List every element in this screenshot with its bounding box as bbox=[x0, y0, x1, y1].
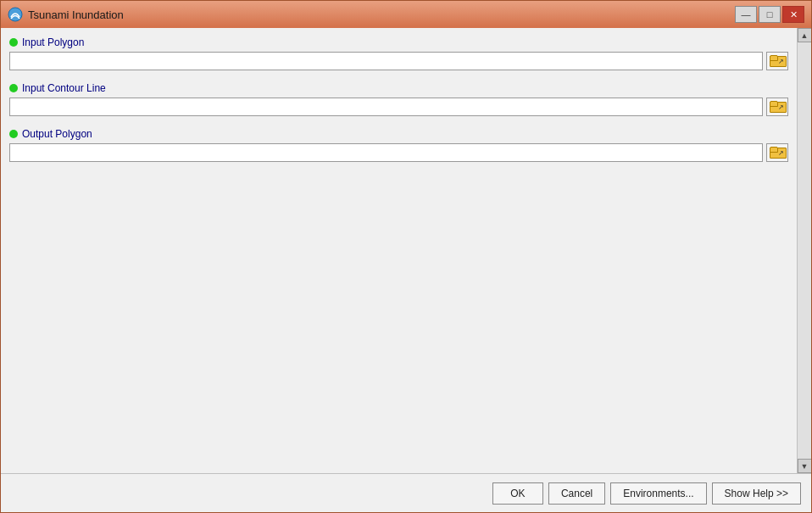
minimize-button[interactable]: — bbox=[735, 6, 757, 23]
input-contour-field[interactable] bbox=[9, 98, 763, 116]
input-contour-indicator bbox=[9, 84, 18, 92]
bottom-bar: OK Cancel Environments... Show Help >> bbox=[1, 473, 811, 512]
output-polygon-field[interactable] bbox=[9, 143, 763, 162]
input-contour-label-row: Input Contour Line bbox=[9, 82, 788, 94]
output-polygon-input-row: ↗ bbox=[9, 143, 788, 162]
scroll-track[interactable] bbox=[798, 42, 811, 459]
vertical-scrollbar: ▲ ▼ bbox=[797, 28, 811, 473]
folder-icon-3: ↗ bbox=[770, 147, 785, 159]
environments-button[interactable]: Environments... bbox=[610, 482, 706, 505]
input-contour-browse-button[interactable]: ↗ bbox=[766, 98, 788, 116]
input-contour-label: Input Contour Line bbox=[22, 82, 106, 94]
cancel-button[interactable]: Cancel bbox=[548, 482, 605, 505]
title-bar-left: Tsunami Inundation bbox=[8, 7, 124, 22]
input-polygon-group: Input Polygon ↗ bbox=[9, 36, 788, 70]
output-polygon-label: Output Polygon bbox=[22, 128, 92, 140]
title-bar-controls: — □ ✕ bbox=[735, 6, 804, 23]
app-icon bbox=[8, 7, 23, 22]
maximize-button[interactable]: □ bbox=[759, 6, 781, 23]
ok-button[interactable]: OK bbox=[492, 482, 543, 505]
input-polygon-label: Input Polygon bbox=[22, 36, 84, 48]
scroll-down-button[interactable]: ▼ bbox=[798, 459, 812, 473]
output-polygon-label-row: Output Polygon bbox=[9, 128, 788, 140]
show-help-button[interactable]: Show Help >> bbox=[712, 482, 801, 505]
input-polygon-input-row: ↗ bbox=[9, 52, 788, 70]
output-polygon-group: Output Polygon ↗ bbox=[9, 128, 788, 162]
input-polygon-browse-button[interactable]: ↗ bbox=[766, 52, 788, 70]
scroll-up-button[interactable]: ▲ bbox=[798, 28, 812, 42]
input-contour-input-row: ↗ bbox=[9, 98, 788, 116]
main-panel: Input Polygon ↗ Input Contour Line bbox=[1, 28, 797, 473]
main-window: Tsunami Inundation — □ ✕ Input Polygon ↗ bbox=[0, 0, 812, 513]
title-bar: Tsunami Inundation — □ ✕ bbox=[1, 1, 811, 28]
output-polygon-browse-button[interactable]: ↗ bbox=[766, 143, 788, 162]
content-area: Input Polygon ↗ Input Contour Line bbox=[1, 28, 811, 473]
folder-icon-2: ↗ bbox=[770, 101, 785, 113]
input-polygon-label-row: Input Polygon bbox=[9, 36, 788, 48]
input-contour-line-group: Input Contour Line ↗ bbox=[9, 82, 788, 116]
svg-point-0 bbox=[8, 8, 22, 21]
folder-icon: ↗ bbox=[770, 55, 785, 67]
input-polygon-field[interactable] bbox=[9, 52, 763, 70]
window-title: Tsunami Inundation bbox=[28, 8, 124, 21]
input-polygon-indicator bbox=[9, 38, 18, 47]
output-polygon-indicator bbox=[9, 130, 18, 138]
close-button[interactable]: ✕ bbox=[782, 6, 804, 23]
